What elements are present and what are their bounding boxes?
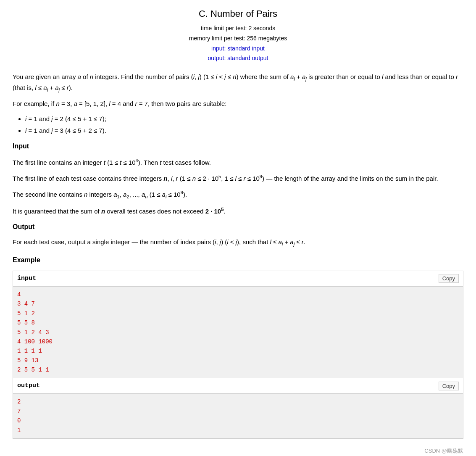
input-text-3: The second line contains n integers a1, … xyxy=(13,189,463,200)
bullet-list: i = 1 and j = 2 (4 ≤ 5 + 1 ≤ 7); i = 1 a… xyxy=(25,114,463,136)
example-output-label: output xyxy=(17,381,40,391)
example-output-block: output Copy 2 7 0 1 xyxy=(13,378,463,439)
input-text-1: The first line contains an integer t (1 … xyxy=(13,157,463,168)
page-title: C. Number of Pairs xyxy=(13,8,463,19)
input-type: input: standard input xyxy=(13,44,463,54)
example-input-content: 4 3 4 7 5 1 2 5 5 8 5 1 2 4 3 4 100 1000… xyxy=(13,287,463,378)
meta-info: time limit per test: 2 seconds memory li… xyxy=(13,24,463,63)
copy-input-button[interactable]: Copy xyxy=(439,274,459,283)
output-text: For each test case, output a single inte… xyxy=(13,237,463,248)
input-section-title: Input xyxy=(13,141,463,152)
intro-paragraph: You are given an array a of n integers. … xyxy=(13,72,463,94)
example-title: Example xyxy=(13,255,463,266)
output-type: output: standard output xyxy=(13,53,463,63)
example-input-header: input Copy xyxy=(13,271,463,287)
example-output-content: 2 7 0 1 xyxy=(13,394,463,438)
copy-output-button[interactable]: Copy xyxy=(439,382,459,390)
input-text-4: It is guaranteed that the sum of n overa… xyxy=(13,206,463,216)
problem-body: You are given an array a of n integers. … xyxy=(13,72,463,439)
example-input-block: input Copy 4 3 4 7 5 1 2 5 5 8 5 1 2 4 3… xyxy=(13,271,463,379)
bullet-item-1: i = 1 and j = 2 (4 ≤ 5 + 1 ≤ 7); xyxy=(25,114,463,124)
time-limit: time limit per test: 2 seconds xyxy=(13,24,463,34)
example-input-label: input xyxy=(17,274,36,284)
memory-limit: memory limit per test: 256 megabytes xyxy=(13,34,463,44)
output-section-title: Output xyxy=(13,221,463,232)
watermark: CSDN @幽殇默 xyxy=(13,447,463,455)
bullet-item-2: i = 1 and j = 3 (4 ≤ 5 + 2 ≤ 7). xyxy=(25,126,463,136)
input-text-2: The first line of each test case contain… xyxy=(13,173,463,184)
example-intro-paragraph: For example, if n = 3, a = [5, 1, 2], l … xyxy=(13,99,463,109)
example-output-header: output Copy xyxy=(13,378,463,394)
